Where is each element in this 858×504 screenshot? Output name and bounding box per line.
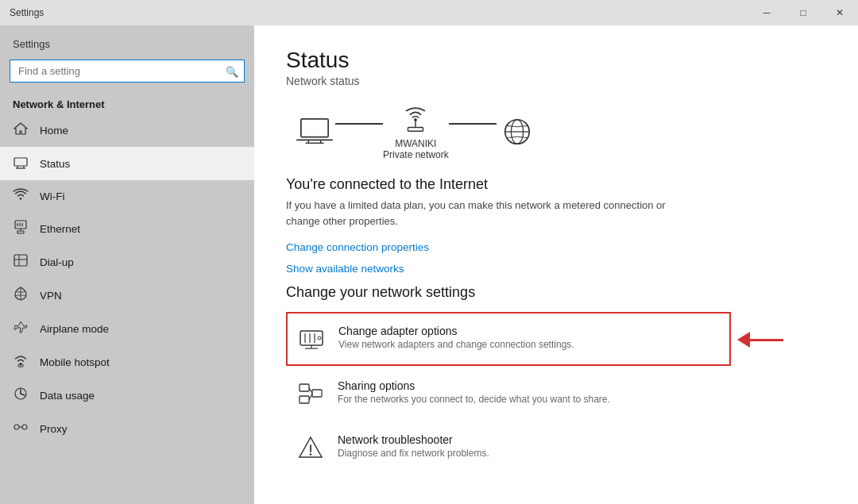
home-icon bbox=[13, 121, 29, 139]
svg-rect-10 bbox=[17, 231, 24, 233]
minimize-button[interactable]: ─ bbox=[748, 0, 785, 25]
sidebar-item-dialup[interactable]: Dial-up bbox=[0, 245, 254, 279]
sidebar-item-airplane[interactable]: Airplane mode bbox=[0, 312, 254, 345]
proxy-icon bbox=[13, 420, 29, 437]
svg-rect-41 bbox=[300, 396, 309, 403]
hotspot-icon bbox=[13, 353, 29, 371]
sidebar: Settings 🔍 Network & Internet Home bbox=[0, 25, 254, 504]
sidebar-item-status-label: Status bbox=[40, 158, 70, 170]
sharing-item-desc: For the networks you connect to, decide … bbox=[338, 394, 610, 405]
svg-point-19 bbox=[14, 425, 19, 429]
dialup-icon bbox=[13, 253, 29, 271]
change-settings-title: Change your network settings bbox=[286, 284, 826, 301]
laptop-icon bbox=[294, 116, 335, 148]
arrow-head-left bbox=[737, 332, 750, 348]
network-diagram: MWANIKI Private network bbox=[294, 103, 826, 160]
connected-title: You're connected to the Internet bbox=[286, 176, 826, 193]
page-title: Status bbox=[286, 48, 826, 73]
svg-rect-22 bbox=[301, 119, 328, 137]
sharing-item-title: Sharing options bbox=[338, 379, 610, 392]
show-networks-link[interactable]: Show available networks bbox=[286, 263, 826, 275]
maximize-button[interactable]: □ bbox=[785, 0, 821, 25]
sidebar-item-hotspot[interactable]: Mobile hotspot bbox=[0, 345, 254, 379]
svg-point-20 bbox=[22, 425, 27, 429]
arrow-line bbox=[750, 339, 783, 341]
sidebar-item-hotspot-label: Mobile hotspot bbox=[40, 356, 110, 368]
sidebar-item-status[interactable]: Status bbox=[0, 147, 254, 180]
globe-icon-container bbox=[497, 116, 538, 148]
troubleshooter-item-desc: Diagnose and fix network problems. bbox=[338, 448, 489, 459]
router-icon-container: MWANIKI Private network bbox=[383, 103, 449, 160]
titlebar-title: Settings bbox=[10, 7, 44, 18]
svg-rect-29 bbox=[408, 127, 423, 131]
status-icon bbox=[13, 155, 29, 172]
svg-rect-11 bbox=[14, 255, 27, 266]
troubleshooter-icon bbox=[296, 433, 325, 462]
sharing-item-text: Sharing options For the networks you con… bbox=[338, 379, 610, 405]
sidebar-item-wifi[interactable]: Wi-Fi bbox=[0, 180, 254, 212]
red-arrow bbox=[737, 332, 783, 348]
adapter-item-text: Change adapter options View network adap… bbox=[338, 325, 574, 350]
adapter-icon bbox=[297, 325, 326, 353]
sidebar-item-dialup-label: Dial-up bbox=[40, 256, 74, 268]
router-label: MWANIKI Private network bbox=[383, 138, 449, 160]
svg-point-47 bbox=[310, 453, 312, 456]
connected-desc: If you have a limited data plan, you can… bbox=[286, 198, 699, 229]
sidebar-item-proxy[interactable]: Proxy bbox=[0, 412, 254, 445]
change-connection-link[interactable]: Change connection properties bbox=[286, 241, 826, 253]
sidebar-item-proxy-label: Proxy bbox=[40, 423, 68, 435]
troubleshooter-item-title: Network troubleshooter bbox=[338, 433, 489, 446]
sidebar-item-wifi-label: Wi-Fi bbox=[40, 190, 64, 202]
laptop-icon-container bbox=[294, 116, 335, 148]
sidebar-item-ethernet[interactable]: Ethernet bbox=[0, 212, 254, 245]
svg-rect-42 bbox=[312, 390, 322, 397]
router-icon bbox=[395, 103, 436, 135]
troubleshooter-item[interactable]: Network troubleshooter Diagnose and fix … bbox=[286, 421, 731, 474]
globe-icon bbox=[497, 116, 538, 148]
adapter-item-desc: View network adapters and change connect… bbox=[338, 339, 574, 350]
sidebar-item-datausage-label: Data usage bbox=[40, 390, 95, 402]
svg-rect-33 bbox=[300, 331, 323, 345]
sidebar-search-container: 🔍 bbox=[10, 60, 245, 83]
sidebar-item-airplane-label: Airplane mode bbox=[40, 323, 109, 335]
svg-point-4 bbox=[20, 198, 21, 199]
adapter-item-title: Change adapter options bbox=[338, 325, 574, 337]
wifi-icon bbox=[13, 188, 29, 204]
network-line-1 bbox=[335, 123, 383, 125]
sidebar-app-title: Settings bbox=[0, 25, 254, 56]
sidebar-item-home[interactable]: Home bbox=[0, 113, 254, 147]
svg-rect-5 bbox=[15, 221, 26, 229]
svg-point-37 bbox=[318, 337, 321, 340]
sidebar-item-datausage[interactable]: Data usage bbox=[0, 379, 254, 412]
search-icon: 🔍 bbox=[226, 65, 238, 77]
main-container: Settings 🔍 Network & Internet Home bbox=[0, 25, 858, 504]
svg-rect-0 bbox=[14, 158, 27, 166]
sharing-options-item[interactable]: Sharing options For the networks you con… bbox=[286, 367, 731, 420]
sidebar-item-home-label: Home bbox=[40, 125, 68, 137]
change-adapter-item[interactable]: Change adapter options View network adap… bbox=[286, 312, 731, 366]
sidebar-item-vpn[interactable]: VPN bbox=[0, 279, 254, 312]
sharing-icon bbox=[296, 379, 325, 408]
troubleshooter-item-text: Network troubleshooter Diagnose and fix … bbox=[338, 433, 489, 459]
sidebar-section-label: Network & Internet bbox=[0, 92, 254, 113]
airplane-icon bbox=[13, 320, 29, 337]
titlebar-controls: ─ □ ✕ bbox=[748, 0, 858, 25]
network-line-2 bbox=[449, 123, 497, 125]
content-area: Status Network status bbox=[254, 25, 858, 504]
ethernet-icon bbox=[13, 220, 29, 237]
titlebar: Settings ─ □ ✕ bbox=[0, 0, 858, 25]
sidebar-item-vpn-label: VPN bbox=[40, 290, 62, 302]
svg-rect-40 bbox=[300, 384, 309, 391]
datausage-icon bbox=[13, 387, 29, 404]
sidebar-item-ethernet-label: Ethernet bbox=[40, 223, 80, 235]
page-subtitle: Network status bbox=[286, 75, 826, 87]
close-button[interactable]: ✕ bbox=[821, 0, 858, 25]
vpn-icon bbox=[13, 287, 29, 304]
search-input[interactable] bbox=[10, 60, 245, 83]
